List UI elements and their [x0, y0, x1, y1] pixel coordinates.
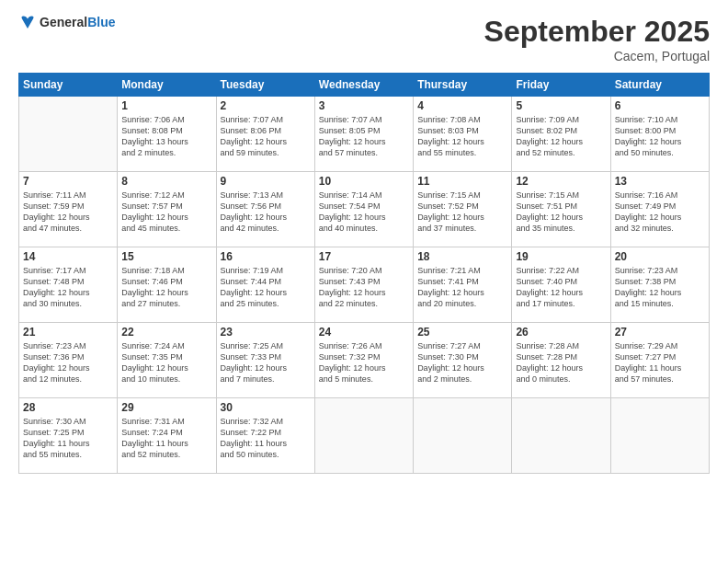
day-cell: 6Sunrise: 7:10 AM Sunset: 8:00 PM Daylig… [610, 97, 709, 172]
day-cell: 30Sunrise: 7:32 AM Sunset: 7:22 PM Dayli… [216, 398, 314, 474]
day-number: 9 [221, 175, 311, 188]
day-info: Sunrise: 7:19 AM Sunset: 7:44 PM Dayligh… [221, 265, 311, 310]
day-cell: 9Sunrise: 7:13 AM Sunset: 7:56 PM Daylig… [216, 172, 314, 247]
day-number: 25 [417, 326, 507, 339]
day-number: 1 [121, 99, 211, 112]
day-info: Sunrise: 7:28 AM Sunset: 7:28 PM Dayligh… [516, 340, 606, 385]
month-title: September 2025 [484, 15, 710, 49]
day-number: 19 [516, 250, 606, 263]
day-number: 30 [221, 401, 311, 414]
day-cell: 3Sunrise: 7:07 AM Sunset: 8:05 PM Daylig… [314, 97, 413, 172]
day-info: Sunrise: 7:32 AM Sunset: 7:22 PM Dayligh… [221, 416, 311, 461]
header-monday: Monday [118, 74, 216, 97]
day-number: 12 [516, 175, 606, 188]
day-info: Sunrise: 7:31 AM Sunset: 7:24 PM Dayligh… [121, 416, 211, 461]
day-number: 10 [319, 175, 409, 188]
day-cell: 27Sunrise: 7:29 AM Sunset: 7:27 PM Dayli… [610, 323, 709, 398]
week-row-0: 1Sunrise: 7:06 AM Sunset: 8:08 PM Daylig… [19, 97, 710, 172]
day-cell: 19Sunrise: 7:22 AM Sunset: 7:40 PM Dayli… [512, 247, 610, 323]
day-cell [314, 398, 413, 474]
day-cell: 20Sunrise: 7:23 AM Sunset: 7:38 PM Dayli… [610, 247, 709, 323]
logo-blue: Blue [87, 15, 115, 29]
header-saturday: Saturday [610, 74, 709, 97]
day-cell: 17Sunrise: 7:20 AM Sunset: 7:43 PM Dayli… [314, 247, 413, 323]
day-info: Sunrise: 7:08 AM Sunset: 8:03 PM Dayligh… [417, 114, 507, 159]
week-row-2: 14Sunrise: 7:17 AM Sunset: 7:48 PM Dayli… [19, 247, 710, 323]
day-info: Sunrise: 7:16 AM Sunset: 7:49 PM Dayligh… [615, 190, 705, 235]
day-number: 24 [319, 326, 409, 339]
day-number: 14 [23, 250, 113, 263]
header-row: Sunday Monday Tuesday Wednesday Thursday… [19, 74, 710, 97]
day-cell: 16Sunrise: 7:19 AM Sunset: 7:44 PM Dayli… [216, 247, 314, 323]
day-info: Sunrise: 7:09 AM Sunset: 8:02 PM Dayligh… [516, 114, 606, 159]
calendar-header: Sunday Monday Tuesday Wednesday Thursday… [19, 74, 710, 97]
header: GeneralBlue September 2025 Cacem, Portug… [18, 15, 710, 63]
day-number: 27 [615, 326, 705, 339]
day-info: Sunrise: 7:30 AM Sunset: 7:25 PM Dayligh… [23, 416, 113, 461]
day-info: Sunrise: 7:18 AM Sunset: 7:46 PM Dayligh… [121, 265, 211, 310]
day-number: 3 [319, 99, 409, 112]
day-info: Sunrise: 7:23 AM Sunset: 7:36 PM Dayligh… [23, 340, 113, 385]
day-cell: 25Sunrise: 7:27 AM Sunset: 7:30 PM Dayli… [414, 323, 512, 398]
day-cell: 28Sunrise: 7:30 AM Sunset: 7:25 PM Dayli… [19, 398, 118, 474]
day-info: Sunrise: 7:10 AM Sunset: 8:00 PM Dayligh… [615, 114, 705, 159]
title-block: September 2025 Cacem, Portugal [484, 15, 710, 63]
week-row-3: 21Sunrise: 7:23 AM Sunset: 7:36 PM Dayli… [19, 323, 710, 398]
day-info: Sunrise: 7:20 AM Sunset: 7:43 PM Dayligh… [319, 265, 409, 310]
day-info: Sunrise: 7:25 AM Sunset: 7:33 PM Dayligh… [221, 340, 311, 385]
day-info: Sunrise: 7:26 AM Sunset: 7:32 PM Dayligh… [319, 340, 409, 385]
day-number: 17 [319, 250, 409, 263]
day-cell [19, 97, 118, 172]
header-tuesday: Tuesday [216, 74, 314, 97]
day-info: Sunrise: 7:12 AM Sunset: 7:57 PM Dayligh… [121, 190, 211, 235]
day-cell: 21Sunrise: 7:23 AM Sunset: 7:36 PM Dayli… [19, 323, 118, 398]
day-info: Sunrise: 7:23 AM Sunset: 7:38 PM Dayligh… [615, 265, 705, 310]
day-number: 6 [615, 99, 705, 112]
day-cell: 14Sunrise: 7:17 AM Sunset: 7:48 PM Dayli… [19, 247, 118, 323]
day-info: Sunrise: 7:06 AM Sunset: 8:08 PM Dayligh… [121, 114, 211, 159]
day-cell [610, 398, 709, 474]
day-info: Sunrise: 7:13 AM Sunset: 7:56 PM Dayligh… [221, 190, 311, 235]
day-cell: 29Sunrise: 7:31 AM Sunset: 7:24 PM Dayli… [118, 398, 216, 474]
day-cell: 22Sunrise: 7:24 AM Sunset: 7:35 PM Dayli… [118, 323, 216, 398]
day-number: 15 [121, 250, 211, 263]
day-cell: 11Sunrise: 7:15 AM Sunset: 7:52 PM Dayli… [414, 172, 512, 247]
day-cell: 4Sunrise: 7:08 AM Sunset: 8:03 PM Daylig… [414, 97, 512, 172]
day-number: 20 [615, 250, 705, 263]
day-cell [512, 398, 610, 474]
day-cell: 7Sunrise: 7:11 AM Sunset: 7:59 PM Daylig… [19, 172, 118, 247]
calendar-page: GeneralBlue September 2025 Cacem, Portug… [0, 0, 728, 563]
calendar-table: Sunday Monday Tuesday Wednesday Thursday… [18, 73, 710, 474]
day-number: 22 [121, 326, 211, 339]
logo-icon [19, 15, 36, 31]
day-info: Sunrise: 7:27 AM Sunset: 7:30 PM Dayligh… [417, 340, 507, 385]
day-cell: 8Sunrise: 7:12 AM Sunset: 7:57 PM Daylig… [118, 172, 216, 247]
day-cell: 10Sunrise: 7:14 AM Sunset: 7:54 PM Dayli… [314, 172, 413, 247]
day-cell: 12Sunrise: 7:15 AM Sunset: 7:51 PM Dayli… [512, 172, 610, 247]
header-friday: Friday [512, 74, 610, 97]
day-info: Sunrise: 7:07 AM Sunset: 8:06 PM Dayligh… [221, 114, 311, 159]
day-cell [414, 398, 512, 474]
header-thursday: Thursday [414, 74, 512, 97]
day-info: Sunrise: 7:11 AM Sunset: 7:59 PM Dayligh… [23, 190, 113, 235]
day-number: 13 [615, 175, 705, 188]
day-cell: 5Sunrise: 7:09 AM Sunset: 8:02 PM Daylig… [512, 97, 610, 172]
day-info: Sunrise: 7:22 AM Sunset: 7:40 PM Dayligh… [516, 265, 606, 310]
day-cell: 24Sunrise: 7:26 AM Sunset: 7:32 PM Dayli… [314, 323, 413, 398]
day-cell: 26Sunrise: 7:28 AM Sunset: 7:28 PM Dayli… [512, 323, 610, 398]
day-info: Sunrise: 7:24 AM Sunset: 7:35 PM Dayligh… [121, 340, 211, 385]
day-number: 23 [221, 326, 311, 339]
header-wednesday: Wednesday [314, 74, 413, 97]
day-number: 5 [516, 99, 606, 112]
day-cell: 2Sunrise: 7:07 AM Sunset: 8:06 PM Daylig… [216, 97, 314, 172]
day-info: Sunrise: 7:15 AM Sunset: 7:51 PM Dayligh… [516, 190, 606, 235]
day-number: 26 [516, 326, 606, 339]
day-number: 2 [221, 99, 311, 112]
logo: GeneralBlue [18, 15, 115, 31]
location: Cacem, Portugal [484, 49, 710, 63]
day-cell: 18Sunrise: 7:21 AM Sunset: 7:41 PM Dayli… [414, 247, 512, 323]
day-number: 7 [23, 175, 113, 188]
day-number: 18 [417, 250, 507, 263]
day-cell: 13Sunrise: 7:16 AM Sunset: 7:49 PM Dayli… [610, 172, 709, 247]
day-info: Sunrise: 7:14 AM Sunset: 7:54 PM Dayligh… [319, 190, 409, 235]
